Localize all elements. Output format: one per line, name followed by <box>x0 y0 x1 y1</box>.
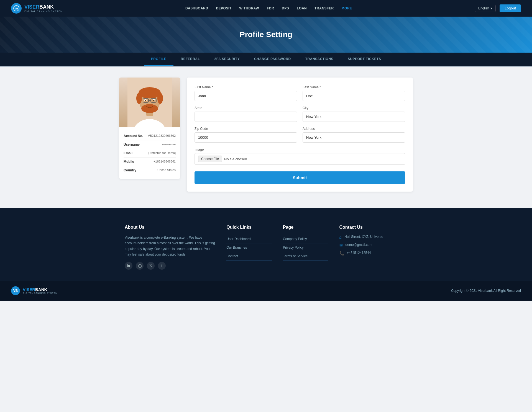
logo-text: VISERBANK <box>24 4 63 10</box>
tab-referral[interactable]: REFERRAL <box>173 53 207 66</box>
page-link-privacy[interactable]: Privacy Policy <box>283 243 328 252</box>
logout-button[interactable]: Logout <box>500 4 521 12</box>
nav-withdraw[interactable]: WITHDRAW <box>239 6 259 10</box>
first-name-label: First Name * <box>195 85 297 89</box>
quick-links-title: Quick Links <box>226 225 272 230</box>
location-icon: ⌂ <box>339 235 342 240</box>
city-label: City <box>303 106 405 110</box>
page-link-company[interactable]: Company Policy <box>283 235 328 243</box>
no-file-text: No file chosen <box>224 157 247 161</box>
header-right: English ▾ Logout <box>475 4 521 12</box>
profile-username-row: Username username <box>124 140 176 149</box>
svg-point-13 <box>153 100 155 101</box>
tab-support-tickets[interactable]: SUPPORT TICKETS <box>341 53 388 66</box>
zip-group: Zip Code <box>195 127 297 143</box>
submit-button[interactable]: Submit <box>195 171 405 184</box>
name-row: First Name * Last Name * <box>195 85 405 101</box>
contact-email: demo@gmail.com <box>346 243 372 247</box>
nav-dps[interactable]: DPS <box>282 6 289 10</box>
contact-phone: +454512418544 <box>347 251 371 255</box>
city-input[interactable] <box>303 112 405 122</box>
choose-file-button[interactable]: Choose File <box>198 156 222 162</box>
svg-point-6 <box>139 87 161 98</box>
nav-more[interactable]: MORE <box>342 6 352 10</box>
contact-email-item: ✉ demo@gmail.com <box>339 243 407 248</box>
mobile-value: +165146546541 <box>154 160 176 164</box>
profile-info: Account No. VB21212830406662 Username us… <box>119 127 180 179</box>
footer-logo-icon: VB <box>11 286 20 295</box>
chevron-down-icon: ▾ <box>490 6 492 10</box>
footer-logo-text: VISERBANK <box>23 287 58 292</box>
page-link-terms[interactable]: Terms of Service <box>283 252 328 261</box>
address-input[interactable] <box>303 132 405 143</box>
page-links-title: Page <box>283 225 328 230</box>
footer-quick-links: Quick Links User Dashboard Our Branches … <box>226 225 272 270</box>
logo-subtitle: DIGITAL BANKING SYSTEM <box>24 10 63 13</box>
quick-link-contact[interactable]: Contact <box>226 252 272 261</box>
quick-link-branches[interactable]: Our Branches <box>226 243 272 252</box>
quick-links-list: User Dashboard Our Branches Contact <box>226 235 272 261</box>
contact-phone-item: 📞 +454512418544 <box>339 251 407 256</box>
language-selector[interactable]: English ▾ <box>475 5 496 12</box>
contact-address-item: ⌂ Null Street, XYZ, Universe <box>339 235 407 240</box>
profile-account-row: Account No. VB21212830406662 <box>124 132 176 140</box>
profile-tabs: PROFILE REFERRAL 2FA SECURITY CHANGE PAS… <box>0 53 532 66</box>
twitter-icon[interactable]: 𝕏 <box>147 262 155 270</box>
about-text: Viserbank is a complete e-Banking system… <box>125 235 215 258</box>
last-name-group: Last Name * <box>303 85 405 101</box>
copyright-text: Copyright © 2021 Viserbank All Right Res… <box>451 289 521 293</box>
state-input[interactable] <box>195 112 297 122</box>
instagram-icon[interactable]: ◯ <box>136 262 144 270</box>
username-label: Username <box>124 143 140 146</box>
tab-2fa-security[interactable]: 2FA SECURITY <box>207 53 247 66</box>
tab-profile[interactable]: PROFILE <box>144 53 174 66</box>
social-links: in ◯ 𝕏 f <box>125 262 215 270</box>
profile-email-row: Email [Protected for Demo] <box>124 149 176 158</box>
city-group: City <box>303 106 405 122</box>
account-label: Account No. <box>124 134 143 138</box>
profile-mobile-row: Mobile +165146546541 <box>124 158 176 166</box>
nav-fdr[interactable]: FDR <box>267 6 274 10</box>
footer-about: About Us Viserbank is a complete e-Banki… <box>125 225 215 270</box>
address-group: Address <box>303 127 405 143</box>
footer-content: About Us Viserbank is a complete e-Banki… <box>114 225 418 270</box>
svg-point-12 <box>145 100 146 101</box>
page-links-list: Company Policy Privacy Policy Terms of S… <box>283 235 328 261</box>
contact-address: Null Street, XYZ, Universe <box>344 235 383 239</box>
logo-icon: VB <box>11 3 22 14</box>
zip-address-row: Zip Code Address <box>195 127 405 143</box>
facebook-icon[interactable]: f <box>158 262 166 270</box>
linkedin-icon[interactable]: in <box>125 262 132 270</box>
state-label: State <box>195 106 297 110</box>
state-city-row: State City <box>195 106 405 122</box>
tab-transactions[interactable]: TRANSACTIONS <box>298 53 341 66</box>
last-name-input[interactable] <box>303 91 405 101</box>
first-name-group: First Name * <box>195 85 297 101</box>
state-group: State <box>195 106 297 122</box>
nav-deposit[interactable]: DEPOSIT <box>216 6 231 10</box>
file-input-wrapper: Choose File No file chosen <box>195 153 405 165</box>
main-nav: DASHBOARD DEPOSIT WITHDRAW FDR DPS LOAN … <box>185 6 352 10</box>
zip-label: Zip Code <box>195 127 297 131</box>
profile-card: Account No. VB21212830406662 Username us… <box>119 78 180 179</box>
email-icon: ✉ <box>339 243 343 248</box>
svg-point-7 <box>136 93 142 104</box>
first-name-input[interactable] <box>195 91 297 101</box>
profile-country-row: Country United States <box>124 166 176 174</box>
nav-loan[interactable]: LOAN <box>297 6 307 10</box>
tab-change-password[interactable]: CHANGE PASSWORD <box>247 53 298 66</box>
image-group: Image Choose File No file chosen <box>195 148 405 165</box>
svg-text:VB: VB <box>15 7 18 10</box>
main-content: Account No. VB21212830406662 Username us… <box>114 78 418 192</box>
zip-input[interactable] <box>195 132 297 143</box>
svg-point-8 <box>157 93 163 104</box>
hero-banner: Profile Setting <box>0 17 532 53</box>
quick-link-dashboard[interactable]: User Dashboard <box>226 235 272 243</box>
header: VB VISERBANK DIGITAL BANKING SYSTEM DASH… <box>0 0 532 17</box>
page-title: Profile Setting <box>240 30 292 39</box>
nav-dashboard[interactable]: DASHBOARD <box>185 6 208 10</box>
nav-transfer[interactable]: TRANSFER <box>314 6 334 10</box>
contact-title: Contact Us <box>339 225 407 230</box>
footer-logo: VB VISERBANK DIGITAL BANKING SYSTEM <box>11 286 58 295</box>
avatar <box>119 78 180 127</box>
